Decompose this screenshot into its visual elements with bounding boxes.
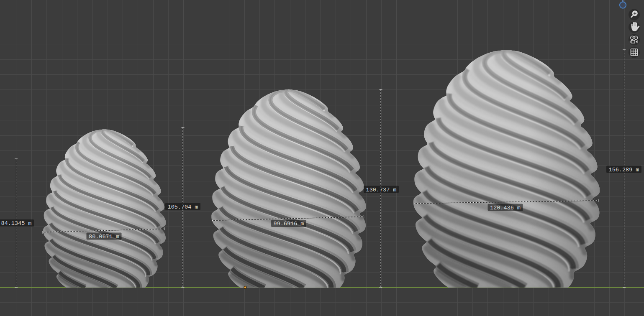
- svg-text:84.1345 m: 84.1345 m: [1, 220, 32, 227]
- svg-text:80.0671 m: 80.0671 m: [89, 234, 119, 240]
- svg-text:130.737 m: 130.737 m: [366, 187, 397, 193]
- svg-text:120.436 m: 120.436 m: [490, 205, 521, 211]
- svg-text:99.6916 m: 99.6916 m: [274, 221, 304, 227]
- svg-text:105.704 m: 105.704 m: [168, 204, 198, 210]
- svg-text:156.289 m: 156.289 m: [609, 167, 639, 173]
